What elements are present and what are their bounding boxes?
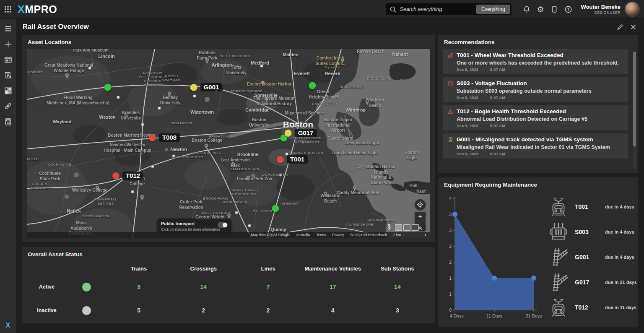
equipment-row[interactable]: G001 due in 4 days (547, 245, 637, 270)
modules-icon[interactable] (3, 86, 13, 95)
equipment-due: due in 21 days (605, 280, 637, 285)
terms-link[interactable]: Terms (316, 233, 326, 237)
inactive-sub-stations-value: 3 (365, 299, 430, 322)
xmpro-x-logo[interactable]: X (0, 321, 16, 330)
inactive-trains-value: 5 (106, 299, 171, 322)
equipment-id: G017 (575, 279, 605, 286)
recommendation-timestamp: Dec 9, 20239:07 AM (457, 123, 624, 128)
marker-dot[interactable] (104, 84, 112, 91)
active-maintenance-vehicles-value: 17 (301, 275, 365, 299)
equipment-row[interactable]: G017 due in 21 days (547, 270, 637, 295)
layer-thumb[interactable] (395, 224, 402, 231)
asset-marker[interactable] (104, 84, 112, 91)
equipment-row[interactable]: S003 due in 4 days (547, 219, 637, 245)
equipment-row[interactable]: T012 due in 11 days (547, 295, 637, 320)
marker-label: G001 (200, 83, 223, 91)
asset-marker-G017[interactable]: G017 (285, 129, 317, 137)
rail-switch-icon (549, 273, 568, 292)
layer-thumb[interactable] (403, 224, 410, 231)
inactive-crossings-value: 2 (171, 299, 236, 322)
close-icon[interactable] (629, 23, 637, 31)
user-menu[interactable]: Wouter Beneke DESIGNUSER (581, 4, 621, 15)
recommendation-timestamp: Dec 9, 20239:07 AM (457, 151, 624, 156)
svg-text:3: 3 (449, 228, 452, 233)
asset-map[interactable]: Park and MuseumLincolnGreat Meadows Nati… (27, 49, 430, 238)
asset-marker[interactable] (272, 205, 279, 212)
recommendation-description: One or more wheels has exceeded the pred… (457, 60, 624, 66)
svg-text:0: 0 (449, 307, 452, 312)
map-data-credit: Map data ©2023 Google (251, 233, 290, 237)
recommendation-card[interactable]: S003 - Voltage Fluctuation Substation S0… (443, 77, 628, 102)
marker-dot[interactable] (285, 130, 292, 137)
edit-pencil-icon[interactable] (615, 23, 624, 31)
recommendation-card[interactable]: G001 - Misaligned track detected via TGM… (443, 133, 628, 159)
settings-gear-icon[interactable]: ⚙ (534, 3, 548, 16)
equipment-row[interactable]: T001 due in 4 days (547, 194, 637, 219)
svg-text:3: 3 (449, 212, 452, 217)
feedback-link[interactable]: Send product feedback (350, 233, 387, 237)
bar-chart-alert-icon (447, 52, 454, 58)
page-title: Rail Asset Overview (23, 23, 89, 31)
app-grid-icon[interactable] (3, 4, 13, 15)
recommendation-description: Substation S003 operating outside normal… (457, 88, 624, 94)
map-layer-thumbnails[interactable] (395, 224, 419, 231)
svg-text:2: 2 (449, 244, 452, 249)
logo-rest: MPRO (25, 3, 57, 15)
window-icon[interactable] (3, 55, 13, 64)
map-scale: 2 km (393, 233, 426, 237)
recommendation-title-row: S003 - Voltage Fluctuation (447, 80, 624, 86)
inactive-maintenance-vehicles-value: 4 (301, 299, 365, 322)
recommendation-card[interactable]: T012 - Bogie Health Threshold Exceeded A… (443, 105, 628, 130)
scrollbar-thumb[interactable] (633, 52, 636, 146)
mobile-device-icon[interactable] (548, 3, 561, 16)
search-bar[interactable]: Search everything Everything (386, 3, 512, 15)
xmpro-logo: XMPRO (18, 4, 57, 15)
map-region-link[interactable]: Australia (296, 233, 310, 237)
asset-marker-T001[interactable]: T001 (277, 155, 308, 164)
layer-thumb[interactable] (412, 224, 419, 231)
asset-marker-T008[interactable]: T008 (149, 133, 180, 142)
recommendation-description: Abnormal Load Distribution Detected on C… (457, 116, 624, 122)
overall-asset-status-title: Overall Asset Status (28, 251, 430, 258)
equipment-due: due in 4 days (605, 204, 634, 209)
rail-switch-icon (549, 247, 568, 267)
train-icon (549, 197, 568, 216)
active-lines-value: 7 (236, 275, 300, 299)
marker-dot[interactable] (112, 172, 119, 180)
avatar[interactable] (625, 2, 640, 17)
marker-dot[interactable] (309, 82, 316, 89)
privacy-link[interactable]: Privacy (332, 233, 344, 237)
transformer-icon (549, 222, 568, 242)
logo-x: X (18, 3, 25, 15)
marker-dot[interactable] (277, 156, 284, 163)
svg-text:4: 4 (449, 196, 452, 201)
notifications-bell-icon[interactable] (520, 3, 534, 16)
asset-marker-G001[interactable]: G001 (190, 83, 223, 91)
active-trains-value: 9 (106, 275, 171, 299)
maintenance-chart: 433221104 Days11 Days21 Days (443, 192, 545, 323)
asset-marker[interactable] (309, 82, 316, 89)
recommendation-card[interactable]: T001 - Wheel Wear Threshold Exceeded One… (443, 49, 628, 74)
public-transport-toggle[interactable] (218, 222, 228, 228)
marker-dot[interactable] (190, 84, 197, 91)
svg-text:2: 2 (449, 260, 452, 265)
marker-dot[interactable] (272, 205, 279, 212)
svg-text:1: 1 (449, 291, 452, 297)
search-input[interactable]: Search everything (400, 6, 476, 12)
menu-icon[interactable] (3, 24, 13, 33)
add-icon[interactable] (3, 39, 13, 49)
scrollbar[interactable] (633, 51, 636, 169)
form-icon[interactable] (3, 70, 13, 80)
active-crossings-value: 14 (171, 275, 236, 299)
link-icon[interactable] (3, 101, 13, 111)
help-icon[interactable]: ? (561, 3, 575, 16)
asset-marker-T012[interactable]: T012 (112, 172, 143, 180)
marker-label: T001 (287, 155, 308, 164)
zoom-in-button[interactable]: + (415, 212, 426, 221)
marker-dot[interactable] (149, 134, 156, 141)
my-location-button[interactable] (415, 199, 426, 210)
pegman-icon[interactable] (385, 224, 393, 231)
calculator-icon[interactable] (3, 117, 13, 126)
asset-locations-title: Asset Locations (28, 39, 430, 45)
search-scope-button[interactable]: Everything (476, 5, 510, 14)
